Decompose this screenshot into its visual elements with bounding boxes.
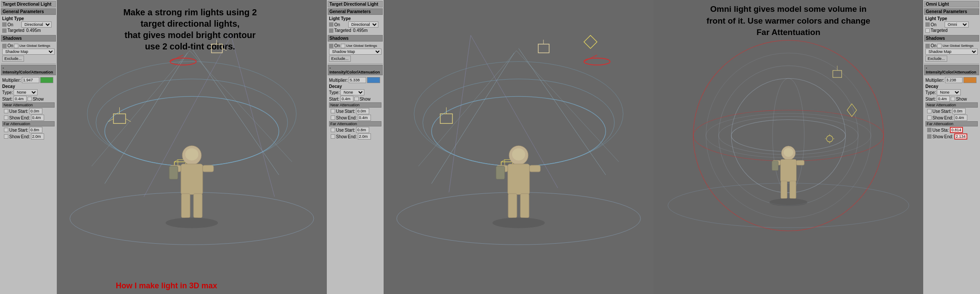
far-atten-header-center[interactable]: Far Attenuation xyxy=(329,121,381,126)
far-atten-header-right[interactable]: Far Attenuation xyxy=(925,121,978,126)
decay-start-input-center[interactable] xyxy=(340,96,353,102)
shadow-on-checkbox-right[interactable] xyxy=(925,44,930,48)
center-light-panel: Target Directional Light General Paramet… xyxy=(327,0,384,294)
far-end-input-center[interactable] xyxy=(358,133,371,140)
far-start-label-center: Start: xyxy=(345,128,355,133)
main-container: Target Directional Light General Paramet… xyxy=(0,0,980,294)
multiplier-label-center: Multiplier: xyxy=(329,78,348,83)
intensity-header-right[interactable]: - Intensity/Color/Attenuation xyxy=(924,65,979,75)
light-type-label-center: Light Type xyxy=(329,16,381,21)
light-type-section-center: Light Type On Directional Targeted 0.495… xyxy=(328,15,383,34)
far-use-label-right: Use xyxy=(932,128,940,133)
shadows-header-left[interactable]: Shadows xyxy=(1,35,56,42)
near-atten-header-center[interactable]: Near Attenuation xyxy=(329,102,381,108)
exclude-btn-right[interactable]: Exclude... xyxy=(925,56,947,62)
shadow-on-checkbox-left[interactable] xyxy=(2,44,7,48)
multiplier-input-center[interactable] xyxy=(349,77,366,83)
near-atten-header-right[interactable]: Near Attenuation xyxy=(925,102,978,108)
decay-type-row-center: Type: None xyxy=(329,89,381,95)
decay-type-dropdown-right[interactable]: None xyxy=(937,89,961,95)
near-show-label-center: Show xyxy=(336,116,347,120)
far-use-checkbox-right[interactable] xyxy=(927,128,932,132)
far-show-checkbox-right[interactable] xyxy=(927,134,932,139)
decay-type-label-center: Type: xyxy=(329,90,339,95)
shadows-header-center[interactable]: Shadows xyxy=(328,35,383,42)
far-show-checkbox-center[interactable] xyxy=(331,134,335,139)
near-use-checkbox-left[interactable] xyxy=(4,109,8,113)
multiplier-input-left[interactable] xyxy=(22,77,39,83)
decay-start-input-right[interactable] xyxy=(937,96,950,102)
near-show-checkbox-center[interactable] xyxy=(331,116,335,120)
decay-show-checkbox-right[interactable] xyxy=(951,97,955,101)
shadows-header-right[interactable]: Shadows xyxy=(924,35,979,42)
right-section: Omni light gives model some volume in fr… xyxy=(654,0,980,294)
decay-type-dropdown-center[interactable]: None xyxy=(340,89,364,95)
near-use-checkbox-center[interactable] xyxy=(331,109,335,113)
light-type-label-right: Light Type xyxy=(925,16,978,21)
near-start-input-center[interactable] xyxy=(356,108,369,114)
targeted-row-left: Targeted 0.495m xyxy=(2,28,55,33)
far-use-checkbox-center[interactable] xyxy=(331,128,335,132)
intensity-header-left[interactable]: - Intensity/Color/Attenuation xyxy=(1,65,56,75)
shadow-global-checkbox-left[interactable] xyxy=(14,44,18,48)
color-swatch-right[interactable] xyxy=(963,77,977,83)
targeted-checkbox-right[interactable] xyxy=(925,28,930,33)
svg-rect-88 xyxy=(790,181,796,199)
near-use-row-right: Use Start: xyxy=(927,108,978,114)
shadow-map-dropdown-center[interactable]: Shadow Map xyxy=(329,49,381,55)
far-start-input-center[interactable] xyxy=(356,127,369,133)
near-end-input-center[interactable] xyxy=(358,115,371,121)
near-use-checkbox-right[interactable] xyxy=(927,109,932,113)
shadow-map-dropdown-left[interactable]: Shadow Map xyxy=(2,49,55,55)
near-show-checkbox-left[interactable] xyxy=(4,116,8,120)
general-params-left[interactable]: General Parameters xyxy=(1,8,56,15)
far-atten-header-left[interactable]: Far Attenuation xyxy=(2,121,55,126)
general-params-center[interactable]: General Parameters xyxy=(328,8,383,15)
shadow-map-dropdown-right[interactable]: Shadow Map xyxy=(925,49,978,55)
divider-left xyxy=(1,63,56,64)
color-swatch-center[interactable] xyxy=(367,77,380,83)
decay-show-checkbox-center[interactable] xyxy=(354,97,359,101)
shadow-on-checkbox-center[interactable] xyxy=(329,44,333,48)
on-checkbox-center[interactable] xyxy=(329,22,333,27)
far-use-checkbox-left[interactable] xyxy=(4,128,8,132)
shadow-global-checkbox-center[interactable] xyxy=(341,44,345,48)
light-type-dropdown-center[interactable]: Directional xyxy=(348,21,378,28)
near-atten-section-center: Use Start: Show End: xyxy=(329,108,381,121)
near-end-input-right[interactable] xyxy=(954,115,967,121)
targeted-checkbox-left[interactable] xyxy=(2,28,7,33)
decay-type-dropdown-left[interactable]: None xyxy=(14,89,38,95)
exclude-btn-center[interactable]: Exclude... xyxy=(329,56,351,62)
near-start-input-right[interactable] xyxy=(952,108,966,114)
far-end-input-right[interactable] xyxy=(954,133,967,140)
color-swatch-left[interactable] xyxy=(40,77,53,83)
general-params-right[interactable]: General Parameters xyxy=(924,8,979,15)
far-show-checkbox-left[interactable] xyxy=(4,134,8,139)
far-end-input-left[interactable] xyxy=(31,133,44,140)
shadow-global-checkbox-right[interactable] xyxy=(937,44,942,48)
svg-line-4 xyxy=(105,53,187,184)
far-start-input-left[interactable] xyxy=(29,127,42,133)
near-start-input-left[interactable] xyxy=(29,108,42,114)
intensity-header-center[interactable]: - Intensity/Color/Attenuation xyxy=(328,65,383,75)
on-checkbox-left[interactable] xyxy=(2,22,7,27)
targeted-checkbox-center[interactable] xyxy=(329,28,333,33)
near-atten-header-left[interactable]: Near Attenuation xyxy=(2,102,55,108)
decay-show-label-left: Show xyxy=(33,97,44,102)
multiplier-input-right[interactable] xyxy=(945,77,963,83)
near-end-input-left[interactable] xyxy=(31,115,44,121)
shadow-on-row-right: On Use Global Settings xyxy=(925,43,978,48)
decay-start-input-left[interactable] xyxy=(14,96,27,102)
svg-point-32 xyxy=(166,217,218,228)
far-atten-section-center: Use Start: Show End: xyxy=(329,127,381,140)
exclude-btn-left[interactable]: Exclude... xyxy=(2,56,24,62)
light-type-dropdown-left[interactable]: Directional xyxy=(21,21,52,28)
on-checkbox-right[interactable] xyxy=(925,22,930,27)
near-show-checkbox-right[interactable] xyxy=(927,116,932,120)
near-show-row-center: Show End: xyxy=(331,115,381,121)
svg-rect-87 xyxy=(781,181,787,199)
far-start-input-right[interactable] xyxy=(950,127,963,133)
decay-show-checkbox-left[interactable] xyxy=(28,97,32,101)
light-type-dropdown-right[interactable]: Omni xyxy=(945,21,969,28)
svg-point-25 xyxy=(185,148,198,161)
